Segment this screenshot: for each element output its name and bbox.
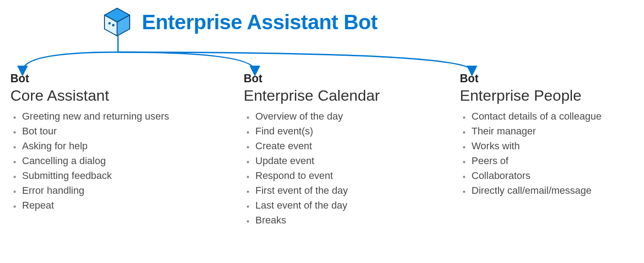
bot-label: Bot [460,72,602,85]
feature-item: Repeat [21,198,169,213]
bot-label: Bot [244,72,380,85]
feature-item: Asking for help [21,138,169,153]
feature-item: Collaborators [471,168,602,183]
feature-item: Submitting feedback [21,168,169,183]
feature-item: Greeting new and returning users [21,109,169,124]
feature-item: First event of the day [254,183,380,198]
svg-point-7 [112,24,114,26]
feature-item: Their manager [471,124,602,138]
header: Enterprise Assistant Bot [101,6,377,38]
svg-point-6 [109,22,111,24]
bot-name: Enterprise People [460,87,602,104]
diagram-root: Enterprise Assistant Bot Bot Core Assist… [0,0,644,263]
bot-name: Enterprise Calendar [244,87,380,104]
feature-item: Respond to event [254,168,380,183]
feature-item: Create event [254,138,380,153]
bot-name: Core Assistant [10,87,169,104]
feature-list: Contact details of a colleague Their man… [460,109,602,198]
feature-item: Last event of the day [254,198,380,213]
feature-item: Peers of [471,153,602,168]
feature-item: Contact details of a colleague [471,109,602,124]
feature-item: Find event(s) [254,124,380,138]
bot-label: Bot [10,72,169,85]
feature-item: Directly call/email/message [471,183,602,198]
feature-item: Error handling [21,183,169,198]
feature-list: Greeting new and returning users Bot tou… [10,109,169,213]
bot-core-assistant: Bot Core Assistant Greeting new and retu… [10,72,169,213]
main-title: Enterprise Assistant Bot [142,10,377,34]
feature-item: Update event [254,153,380,168]
bot-enterprise-calendar: Bot Enterprise Calendar Overview of the … [244,72,380,227]
feature-item: Overview of the day [254,109,380,124]
feature-item: Cancelling a dialog [21,153,169,168]
feature-list: Overview of the day Find event(s) Create… [244,109,380,227]
cube-icon [101,6,133,38]
feature-item: Works with [471,138,602,153]
bot-enterprise-people: Bot Enterprise People Contact details of… [460,72,602,198]
feature-item: Breaks [254,213,380,227]
feature-item: Bot tour [21,124,169,138]
